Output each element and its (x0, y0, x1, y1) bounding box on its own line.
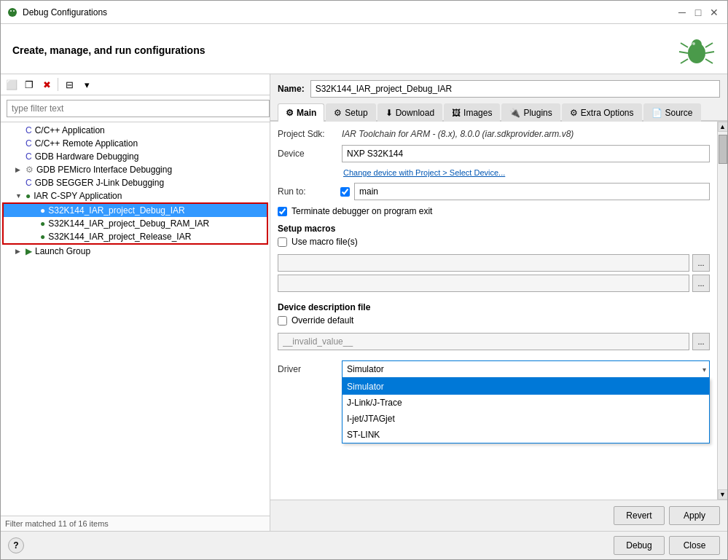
close-dialog-button[interactable]: Close (669, 536, 720, 555)
tree-item-label: S32K144_IAR_project_Debug_RAM_IAR (48, 218, 209, 229)
tab-plugins[interactable]: 🔌 Plugins (501, 103, 560, 122)
use-macro-checkbox[interactable] (278, 237, 287, 247)
driver-option-simulator[interactable]: Simulator (343, 379, 709, 395)
scroll-up-button[interactable]: ▲ (718, 122, 728, 132)
tree-item-s32k144-release[interactable]: ● S32K144_IAR_project_Release_IAR (4, 230, 267, 243)
download-tab-icon: ⬇ (385, 108, 393, 118)
tree-item-gdb-pemicro[interactable]: ▶ ⚙ GDB PEMicro Interface Debugging (1, 163, 270, 176)
filter-button[interactable]: ▾ (79, 76, 95, 92)
apply-button[interactable]: Apply (669, 506, 720, 525)
macro-browse-btn-1[interactable]: ... (692, 254, 710, 272)
expand-icon: ▶ (15, 166, 26, 173)
dialog-bottom-bar: ? Debug Close (1, 531, 727, 559)
left-panel: ⬜ ❐ ✖ ⊟ ▾ C C/C++ Application (1, 74, 270, 531)
driver-option-stlink[interactable]: ST-LINK (343, 427, 709, 443)
tree-item-label: GDB PEMicro Interface Debugging (36, 165, 172, 175)
main-tab-icon: ⚙ (286, 108, 294, 118)
svg-point-1 (10, 10, 12, 12)
tab-main-label: Main (297, 108, 316, 118)
right-scrollbar[interactable]: ▲ ▼ (717, 122, 727, 500)
tree-item-s32k144-debug-ram[interactable]: ● S32K144_IAR_project_Debug_RAM_IAR (4, 217, 267, 230)
tab-images[interactable]: 🖼 Images (444, 103, 500, 122)
terminate-checkbox[interactable] (278, 207, 287, 216)
use-macro-row: Use macro file(s) (278, 237, 710, 247)
macro-input-row-2: ... (278, 275, 710, 292)
delete-config-button[interactable]: ✖ (39, 76, 55, 92)
expand-icon: ▶ (15, 248, 26, 255)
dropdown-arrow-icon: ▾ (702, 366, 706, 374)
new-config-button[interactable]: ⬜ (4, 76, 20, 92)
override-checkbox[interactable] (278, 316, 287, 326)
bottom-action-bar: Revert Apply (270, 500, 727, 531)
svg-line-9 (681, 59, 688, 63)
device-label: Device (278, 149, 336, 159)
header-title: Create, manage, and run configurations (12, 44, 206, 56)
use-macro-label: Use macro file(s) (291, 237, 358, 247)
revert-button[interactable]: Revert (614, 506, 665, 525)
tree-item-gdb-hardware[interactable]: C GDB Hardware Debugging (1, 150, 270, 163)
override-label: Override default (291, 315, 353, 326)
duplicate-config-button[interactable]: ❐ (21, 76, 37, 92)
tab-download[interactable]: ⬇ Download (377, 103, 442, 122)
tab-main[interactable]: ⚙ Main (278, 103, 324, 122)
scroll-thumb[interactable] (719, 135, 727, 164)
maximize-button[interactable]: □ (691, 5, 705, 20)
tree-item-cpp-app[interactable]: C C/C++ Application (1, 124, 270, 137)
tab-setup[interactable]: ⚙ Setup (326, 103, 375, 122)
left-toolbar: ⬜ ❐ ✖ ⊟ ▾ (1, 74, 270, 95)
macro-browse-btn-2[interactable]: ... (692, 275, 710, 292)
plugins-tab-icon: 🔌 (509, 108, 520, 118)
collapse-all-button[interactable]: ⊟ (61, 76, 77, 92)
cpp-app-icon: C (26, 125, 32, 135)
tree-item-iar-cspy[interactable]: ▼ ● IAR C-SPY Application (1, 189, 270, 202)
debug-button[interactable]: Debug (614, 536, 665, 555)
tab-extra-options[interactable]: ⚙ Extra Options (562, 103, 642, 122)
project-sdk-row: Project Sdk: IAR Toolchain for ARM - (8.… (278, 129, 710, 139)
gdb-hw-icon: C (26, 151, 32, 162)
close-window-button[interactable]: ✕ (707, 5, 721, 20)
svg-point-2 (13, 10, 15, 12)
filter-input[interactable] (7, 100, 270, 117)
device-input[interactable] (342, 145, 710, 162)
run-to-label: Run to: (278, 186, 336, 197)
svg-line-10 (705, 59, 713, 63)
run-to-input[interactable] (354, 183, 710, 200)
filter-status: Filter matched 11 of 16 items (5, 519, 109, 528)
driver-option-ijet[interactable]: I-jet/JTAGjet (343, 411, 709, 427)
driver-select-wrapper[interactable]: Simulator ▾ Simulator J-Link/J-Trace I-j… (342, 360, 710, 378)
minimize-button[interactable]: ─ (675, 5, 689, 20)
cpp-remote-icon: C (26, 138, 32, 149)
run-to-checkbox[interactable] (340, 187, 350, 197)
window-title: Debug Configurations (23, 7, 107, 17)
s32k144-debug-icon: ● (40, 205, 45, 216)
driver-row: Driver Simulator ▾ Simulator J-Link/J-Tr… (278, 360, 710, 378)
left-footer: Filter matched 11 of 16 items (1, 516, 270, 531)
terminate-row: Terminate debugger on program exit (278, 206, 710, 216)
help-button[interactable]: ? (8, 537, 24, 553)
svg-line-6 (705, 43, 713, 47)
driver-option-jlink[interactable]: J-Link/J-Trace (343, 395, 709, 411)
override-row: Override default (278, 315, 710, 326)
name-input[interactable] (310, 80, 720, 98)
svg-line-5 (681, 43, 688, 47)
driver-selected-value: Simulator (347, 364, 384, 374)
tree-item-gdb-segger[interactable]: C GDB SEGGER J-Link Debugging (1, 176, 270, 189)
driver-select-display[interactable]: Simulator ▾ (342, 360, 710, 378)
tree-item-s32k144-debug[interactable]: ● S32K144_IAR_project_Debug_IAR (4, 204, 267, 217)
name-label: Name: (278, 84, 305, 94)
bug-icon (678, 31, 716, 69)
expand-icon: ▼ (15, 192, 26, 200)
macro-input-2[interactable] (278, 275, 689, 292)
invalid-value-input[interactable] (278, 333, 689, 350)
project-sdk-value: IAR Toolchain for ARM - (8.x), 8.0.0 (ia… (342, 129, 574, 139)
tab-setup-label: Setup (345, 108, 367, 118)
tree-item-label: C/C++ Application (35, 125, 105, 135)
tab-source[interactable]: 📄 Source (643, 103, 701, 122)
tree-item-cpp-remote[interactable]: C C/C++ Remote Application (1, 137, 270, 150)
macro-input-1[interactable] (278, 254, 689, 272)
tree-item-launch-group[interactable]: ▶ ▶ Launch Group (1, 245, 270, 258)
highlighted-tree-group: ● S32K144_IAR_project_Debug_IAR ● S32K14… (2, 202, 268, 245)
device-change-link[interactable]: Change device with Project > Select Devi… (343, 168, 710, 177)
device-desc-browse-btn[interactable]: ... (692, 333, 710, 350)
scroll-down-button[interactable]: ▼ (718, 489, 728, 500)
